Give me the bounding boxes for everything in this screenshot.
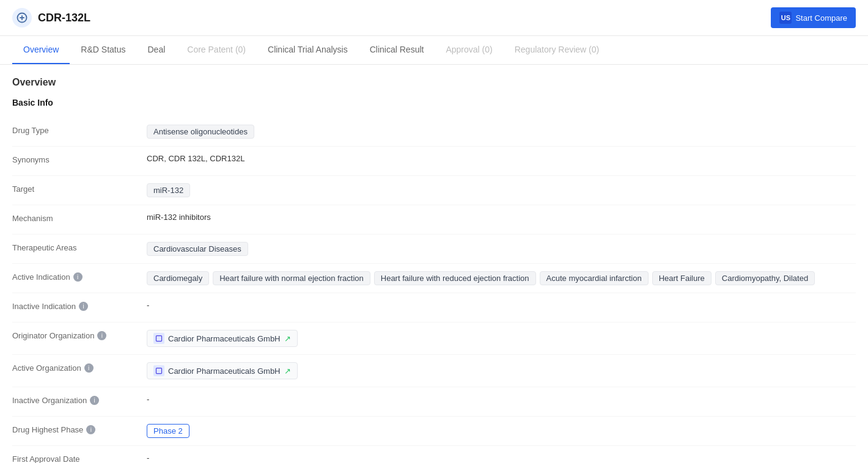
mechanism-label: Mechanism (12, 213, 147, 223)
originator-org-row: Originator Organization i Cardior Pharma… (12, 323, 856, 355)
inactive-indication-row: Inactive Indication i - (12, 293, 856, 323)
first-approval-date-value: - (147, 453, 856, 462)
target-tag: miR-132 (147, 183, 190, 197)
tab-overview[interactable]: Overview (12, 36, 70, 64)
page-header: CDR-132L US Start Compare (0, 0, 868, 36)
header-left: CDR-132L (12, 8, 90, 27)
therapeutic-areas-label: Therapeutic Areas (12, 242, 147, 252)
inactive-org-text: - (147, 395, 149, 404)
therapeutic-areas-value: Cardiovascular Diseases (147, 242, 856, 256)
org-logo (153, 333, 164, 344)
drug-type-row: Drug Type Antisense oligonucleotides (12, 117, 856, 147)
originator-org-info-icon[interactable]: i (97, 331, 106, 340)
overview-content: Overview Basic Info Drug Type Antisense … (0, 65, 868, 463)
active-org-label: Active Organization i (12, 362, 147, 373)
tab-core-patent[interactable]: Core Patent (0) (176, 36, 257, 64)
originator-org-label: Originator Organization i (12, 330, 147, 340)
svg-rect-1 (156, 336, 162, 341)
drug-type-label: Drug Type (12, 125, 147, 135)
drug-highest-phase-value: Phase 2 (147, 424, 856, 438)
originator-org-link-icon: ↗ (284, 334, 291, 343)
drug-highest-phase-label: Drug Highest Phase i (12, 424, 147, 434)
inactive-indication-text: - (147, 301, 149, 310)
originator-org-name: Cardior Pharmaceuticals GmbH (168, 334, 281, 343)
first-approval-date-text: - (147, 453, 149, 462)
active-org-logo (153, 365, 164, 376)
active-indication-label: Active Indication i (12, 271, 147, 282)
synonyms-text: CDR, CDR 132L, CDR132L (147, 154, 245, 163)
mechanism-text: miR-132 inhibitors (147, 213, 211, 222)
mechanism-value: miR-132 inhibitors (147, 213, 856, 222)
svg-rect-2 (156, 368, 162, 374)
inactive-indication-info-icon[interactable]: i (79, 302, 88, 311)
inactive-org-info-icon[interactable]: i (90, 396, 99, 405)
active-org-row: Active Organization i Cardior Pharmaceut… (12, 355, 856, 387)
tab-regulatory-review[interactable]: Regulatory Review (0) (504, 36, 611, 64)
indication-ami: Acute myocardial infarction (540, 271, 649, 285)
active-org-name: Cardior Pharmaceuticals GmbH (168, 366, 281, 376)
section-title: Overview (12, 77, 856, 88)
drug-title: CDR-132L (38, 12, 90, 24)
tab-approval[interactable]: Approval (0) (435, 36, 503, 64)
therapeutic-areas-tag: Cardiovascular Diseases (147, 242, 248, 256)
indication-heart-failure: Heart Failure (652, 271, 712, 285)
inactive-org-value: - (147, 395, 856, 404)
tab-rd-status[interactable]: R&D Status (70, 36, 136, 64)
first-approval-date-row: First Approval Date - (12, 446, 856, 463)
first-approval-date-label: First Approval Date (12, 453, 147, 463)
active-org-link-icon: ↗ (284, 366, 291, 376)
start-compare-button[interactable]: US Start Compare (771, 7, 856, 28)
tab-clinical-result[interactable]: Clinical Result (359, 36, 435, 64)
indication-hf-normal: Heart failure with normal ejection fract… (213, 271, 370, 285)
originator-org-chip[interactable]: Cardior Pharmaceuticals GmbH ↗ (147, 330, 298, 347)
compare-icon: US (779, 12, 792, 24)
inactive-indication-label: Inactive Indication i (12, 301, 147, 311)
indication-cardiomyopathy: Cardiomyopathy, Dilated (715, 271, 815, 285)
inactive-indication-value: - (147, 301, 856, 310)
drug-icon (12, 8, 32, 27)
active-org-info-icon[interactable]: i (84, 363, 94, 373)
mechanism-row: Mechanism miR-132 inhibitors (12, 205, 856, 235)
target-value: miR-132 (147, 183, 856, 197)
inactive-org-row: Inactive Organization i - (12, 387, 856, 417)
synonyms-label: Synonyms (12, 154, 147, 164)
drug-type-tag: Antisense oligonucleotides (147, 125, 254, 139)
active-org-value: Cardior Pharmaceuticals GmbH ↗ (147, 362, 856, 379)
nav-tabs: Overview R&D Status Deal Core Patent (0)… (0, 36, 868, 65)
drug-type-value: Antisense oligonucleotides (147, 125, 856, 139)
drug-highest-phase-tag: Phase 2 (147, 424, 189, 438)
originator-org-value: Cardior Pharmaceuticals GmbH ↗ (147, 330, 856, 347)
therapeutic-areas-row: Therapeutic Areas Cardiovascular Disease… (12, 235, 856, 264)
drug-highest-phase-info-icon[interactable]: i (86, 425, 95, 434)
drug-highest-phase-row: Drug Highest Phase i Phase 2 (12, 417, 856, 446)
active-org-chip[interactable]: Cardior Pharmaceuticals GmbH ↗ (147, 362, 298, 379)
synonyms-value: CDR, CDR 132L, CDR132L (147, 154, 856, 163)
target-row: Target miR-132 (12, 176, 856, 205)
active-indication-info-icon[interactable]: i (73, 272, 83, 282)
basic-info-title: Basic Info (12, 98, 856, 108)
inactive-org-label: Inactive Organization i (12, 395, 147, 405)
active-indication-row: Active Indication i Cardiomegaly Heart f… (12, 264, 856, 293)
indication-hf-reduced: Heart failure with reduced ejection frac… (374, 271, 536, 285)
active-indication-value: Cardiomegaly Heart failure with normal e… (147, 271, 856, 285)
tab-clinical-trial[interactable]: Clinical Trial Analysis (257, 36, 359, 64)
indication-cardiomegaly: Cardiomegaly (147, 271, 209, 285)
tab-deal[interactable]: Deal (137, 36, 177, 64)
synonyms-row: Synonyms CDR, CDR 132L, CDR132L (12, 147, 856, 176)
info-table: Drug Type Antisense oligonucleotides Syn… (12, 117, 856, 463)
target-label: Target (12, 183, 147, 194)
